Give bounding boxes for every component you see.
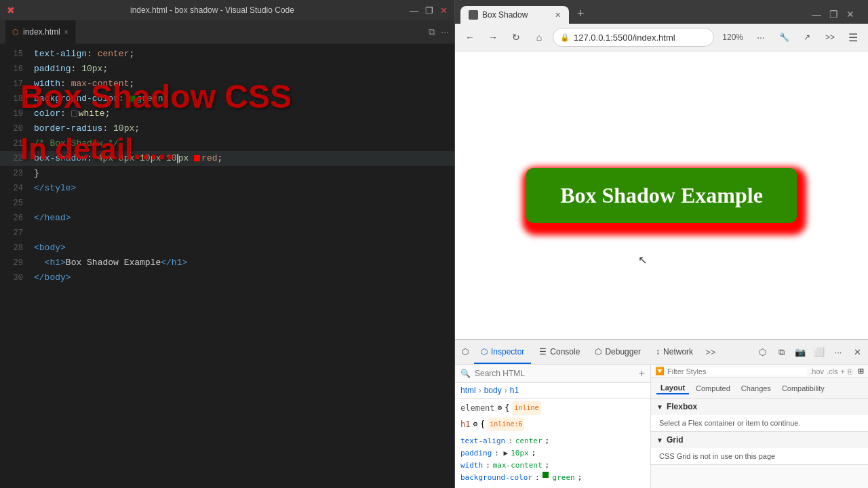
overlay-subtitle: In detail..... bbox=[20, 132, 174, 166]
devtools-tab-network[interactable]: ↕ Network bbox=[649, 340, 700, 364]
code-line-28: 28 <body> bbox=[0, 241, 454, 256]
vscode-tab-actions: ⧉ ··· bbox=[429, 26, 449, 38]
devtools-tab-console-label: Console bbox=[550, 347, 580, 357]
flexbox-help-text: Select a Flex container or item to conti… bbox=[659, 419, 801, 427]
browser-tabs-row: Box Shadow ✕ + — ❐ ✕ bbox=[455, 4, 868, 24]
vscode-split-editor-btn[interactable]: ⧉ bbox=[429, 26, 435, 38]
browser-sync-btn[interactable]: >> bbox=[821, 28, 840, 47]
add-rule-btn[interactable]: + bbox=[841, 367, 845, 375]
devtools-cursor-icon: ⬡ bbox=[462, 347, 469, 357]
devtools-tab-overflow[interactable]: >> bbox=[701, 344, 719, 360]
vscode-tab-label: index.html bbox=[23, 27, 60, 37]
devtools-html-panel: 🔍 + html › body › h1 element ⚙ bbox=[455, 365, 651, 488]
cls-btn[interactable]: .cls bbox=[827, 367, 838, 375]
browser-home-btn[interactable]: ⌂ bbox=[530, 28, 549, 47]
browser-forward-btn[interactable]: → bbox=[484, 28, 502, 47]
browser-viewport: Box Shadow Example ↖ bbox=[455, 52, 868, 339]
devtools-close-btn[interactable]: ✕ bbox=[849, 344, 865, 361]
vscode-tab-close[interactable]: × bbox=[64, 28, 68, 36]
devtools-layout-panel: 🔽 .hov .cls + ⎘ ⊞ Layout Computed Change… bbox=[651, 365, 868, 488]
layout-tab[interactable]: Layout bbox=[656, 382, 689, 394]
mouse-cursor-icon: ↖ bbox=[638, 253, 647, 266]
filter-icon: 🔽 bbox=[655, 367, 665, 375]
h1-rule-selector: h1 bbox=[460, 418, 470, 431]
browser-screenshot-btn[interactable]: ↗ bbox=[797, 28, 816, 47]
vscode-window-controls: — ❐ ✕ bbox=[410, 5, 448, 16]
new-tab-button[interactable]: + bbox=[572, 4, 590, 24]
copy-rule-btn[interactable]: ⎘ bbox=[848, 367, 852, 375]
element-inline-badge: inline bbox=[512, 401, 540, 415]
code-line-27: 27 bbox=[0, 226, 454, 241]
layout-panel-sections: ▼ Flexbox Select a Flex container or ite… bbox=[651, 399, 868, 488]
browser-restore-btn[interactable]: ❐ bbox=[829, 9, 838, 20]
code-line-29: 29 <h1>Box Shadow Example</h1> bbox=[0, 256, 454, 270]
overlay-title: Box Shadow CSS bbox=[20, 78, 292, 115]
vscode-tab-index-html[interactable]: ⬡ index.html × bbox=[5, 20, 76, 44]
vscode-title: index.html - box shadow - Visual Studio … bbox=[20, 5, 404, 15]
grid-section: ▼ Grid CSS Grid is not in use on this pa… bbox=[651, 432, 868, 465]
devtools-style-filter-bar: 🔽 .hov .cls + ⎘ ⊞ bbox=[651, 365, 868, 378]
devtools-h1-rule-line: h1 ⚙ { inline:6 bbox=[460, 418, 645, 431]
devtools-style-editor-btn[interactable]: ⬡ bbox=[754, 344, 770, 361]
devtools-tab-console[interactable]: ☰ Console bbox=[532, 340, 587, 364]
layout-view-btn[interactable]: ⊞ bbox=[858, 367, 864, 375]
devtools-tab-inspector[interactable]: ⬡ Inspector bbox=[474, 340, 531, 364]
browser-tab-close-btn[interactable]: ✕ bbox=[555, 11, 561, 20]
flexbox-section-body: Select a Flex container or item to conti… bbox=[651, 415, 868, 431]
browser-chrome: Box Shadow ✕ + — ❐ ✕ ← → ↻ ⌂ 🔒 127.0.0.1… bbox=[455, 0, 868, 52]
browser-address-bar[interactable]: 🔒 127.0.0.1:5500/index.html bbox=[553, 28, 714, 47]
browser-url: 127.0.0.1:5500/index.html bbox=[574, 33, 707, 43]
devtools-settings-btn[interactable]: ··· bbox=[830, 344, 846, 361]
vscode-close-btn[interactable]: ✕ bbox=[440, 5, 448, 16]
code-line-15: 15 text-align: center; bbox=[0, 47, 454, 62]
style-filter-input[interactable] bbox=[667, 367, 807, 375]
vscode-app-icon: ✖ bbox=[7, 5, 15, 16]
devtools-screenshot-btn[interactable]: 📷 bbox=[792, 344, 808, 361]
breadcrumb-html[interactable]: html bbox=[460, 386, 476, 395]
browser-close-btn[interactable]: ✕ bbox=[846, 9, 854, 20]
lock-icon: 🔒 bbox=[560, 33, 570, 42]
devtools-icons-btn[interactable]: ⬡ bbox=[458, 340, 473, 364]
vscode-more-actions-btn[interactable]: ··· bbox=[441, 26, 449, 38]
grid-section-body: CSS Grid is not in use on this page bbox=[651, 448, 868, 464]
browser-devtools-toggle[interactable]: 🔧 bbox=[774, 28, 793, 47]
devtools-full-screenshot-btn[interactable]: ⬜ bbox=[811, 344, 827, 361]
vscode-tabbar: ⬡ index.html × ⧉ ··· bbox=[0, 20, 454, 44]
changes-tab[interactable]: Changes bbox=[737, 383, 775, 394]
browser-minimize-btn[interactable]: — bbox=[812, 9, 821, 20]
devtools-html-search-bar: 🔍 + bbox=[455, 365, 650, 383]
devtools-tab-debugger[interactable]: ⬡ Debugger bbox=[588, 340, 648, 364]
browser-reload-btn[interactable]: ↻ bbox=[507, 28, 526, 47]
grid-help-text: CSS Grid is not in use on this page bbox=[659, 452, 775, 460]
browser-back-btn[interactable]: ← bbox=[460, 28, 479, 47]
browser-menu-btn[interactable]: ☰ bbox=[844, 28, 863, 47]
vscode-minimize-btn[interactable]: — bbox=[410, 5, 418, 16]
code-line-25: 25 bbox=[0, 196, 454, 211]
code-line-30: 30 </body> bbox=[0, 270, 454, 285]
computed-tab[interactable]: Computed bbox=[692, 383, 734, 394]
html-search-input[interactable] bbox=[475, 369, 635, 378]
code-line-23: 23 } bbox=[0, 166, 454, 181]
style-rule-padding: padding: ▶ 10px; bbox=[460, 447, 645, 460]
vscode-titlebar: ✖ index.html - box shadow - Visual Studi… bbox=[0, 0, 454, 20]
grid-section-header[interactable]: ▼ Grid bbox=[651, 432, 868, 448]
style-rule-text-align: text-align: center; bbox=[460, 435, 645, 447]
flexbox-section-header[interactable]: ▼ Flexbox bbox=[651, 399, 868, 415]
html-add-node-btn[interactable]: + bbox=[639, 367, 645, 380]
flexbox-chevron-icon: ▼ bbox=[656, 403, 663, 411]
browser-more-tools-btn[interactable]: ··· bbox=[751, 28, 770, 47]
h1-inline-badge: inline:6 bbox=[488, 418, 524, 431]
breadcrumb-h1[interactable]: h1 bbox=[510, 386, 519, 395]
browser-window-controls: — ❐ ✕ bbox=[804, 9, 863, 24]
devtools-responsive-btn[interactable]: ⧉ bbox=[773, 344, 789, 361]
devtools-html-element-line: element ⚙ { inline bbox=[460, 401, 645, 415]
breadcrumb-body[interactable]: body bbox=[484, 386, 502, 395]
hov-btn[interactable]: .hov bbox=[810, 367, 824, 375]
html-search-icon: 🔍 bbox=[460, 369, 471, 378]
browser-tab-title: Box Shadow bbox=[482, 10, 528, 20]
vscode-maximize-btn[interactable]: ❐ bbox=[425, 5, 433, 16]
style-rule-width: width: max-content; bbox=[460, 460, 645, 472]
compatibility-tab[interactable]: Compatibility bbox=[778, 383, 829, 394]
browser-tab-active[interactable]: Box Shadow ✕ bbox=[460, 6, 569, 24]
vscode-code-editor[interactable]: Box Shadow CSS In detail..... 15 text-al… bbox=[0, 44, 454, 488]
